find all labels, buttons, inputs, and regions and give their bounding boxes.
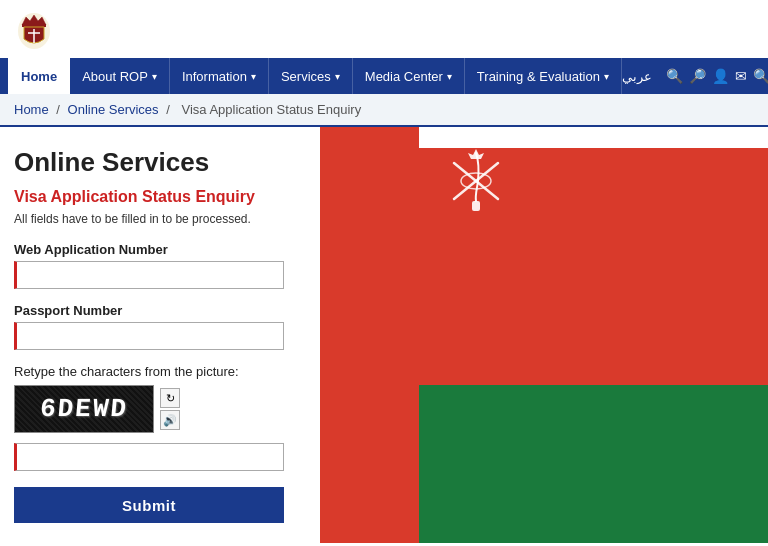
captcha-refresh-button[interactable]: ↻ [160,388,180,408]
about-rop-dropdown-icon: ▾ [152,71,157,82]
header [0,0,768,58]
breadcrumb: Home / Online Services / Visa Applicatio… [0,94,768,127]
search2-icon[interactable]: 🔍 [753,68,768,84]
main-content: Online Services Visa Application Status … [0,127,768,543]
passport-number-input[interactable] [14,322,284,350]
passport-number-group: Passport Number [14,303,300,350]
breadcrumb-home[interactable]: Home [14,102,49,117]
form-note: All fields have to be filled in to be pr… [14,212,300,226]
logo-area [12,7,56,51]
captcha-group: Retype the characters from the picture: … [14,364,300,471]
svg-rect-7 [472,201,480,211]
flag-red-stripe [320,127,419,543]
page-title: Online Services [14,147,300,178]
services-dropdown-icon: ▾ [335,71,340,82]
arabic-language-link[interactable]: عربي [622,69,652,84]
captcha-image: 6DEWD [14,385,154,433]
breadcrumb-current: Visa Application Status Enquiry [181,102,361,117]
breadcrumb-online-services[interactable]: Online Services [68,102,159,117]
web-app-number-label: Web Application Number [14,242,300,257]
oman-emblem-svg [436,141,516,221]
captcha-label: Retype the characters from the picture: [14,364,300,379]
flag-area [320,127,768,543]
search-icon[interactable]: 🔍 [666,68,683,84]
navbar: Home About ROP ▾ Information ▾ Services … [0,58,768,94]
captcha-text-display: 6DEWD [39,394,130,424]
flag-emblem [436,141,516,221]
nav-items: Home About ROP ▾ Information ▾ Services … [8,58,622,94]
nav-item-about-rop[interactable]: About ROP ▾ [70,58,170,94]
captcha-row: 6DEWD ↻ 🔊 [14,385,300,433]
breadcrumb-sep-2: / [166,102,173,117]
web-app-number-group: Web Application Number [14,242,300,289]
user-icon[interactable]: 👤 [712,68,729,84]
form-subtitle: Visa Application Status Enquiry [14,188,300,206]
submit-button[interactable]: Submit [14,487,284,523]
envelope-icon[interactable]: ✉ [735,68,747,84]
captcha-input-row [14,443,300,471]
oman-flag [320,127,768,543]
information-dropdown-icon: ▾ [251,71,256,82]
media-center-dropdown-icon: ▾ [447,71,452,82]
training-dropdown-icon: ▾ [604,71,609,82]
captcha-audio-button[interactable]: 🔊 [160,410,180,430]
nav-item-home[interactable]: Home [8,58,70,94]
nav-item-information[interactable]: Information ▾ [170,58,269,94]
form-area: Online Services Visa Application Status … [0,127,320,543]
nav-right-icons: عربي 🔍 🔎 👤 ✉ 🔍 📡 [622,68,768,84]
captcha-action-icons: ↻ 🔊 [160,388,180,430]
captcha-input[interactable] [14,443,284,471]
nav-item-services[interactable]: Services ▾ [269,58,353,94]
flag-green-area [419,385,768,543]
nav-item-media-center[interactable]: Media Center ▾ [353,58,465,94]
zoom-icon[interactable]: 🔎 [689,68,706,84]
nav-item-training[interactable]: Training & Evaluation ▾ [465,58,622,94]
web-app-number-input[interactable] [14,261,284,289]
rop-logo-icon [12,7,56,51]
svg-marker-9 [468,149,484,159]
emblem-group [454,149,498,211]
passport-number-label: Passport Number [14,303,300,318]
breadcrumb-sep-1: / [56,102,63,117]
